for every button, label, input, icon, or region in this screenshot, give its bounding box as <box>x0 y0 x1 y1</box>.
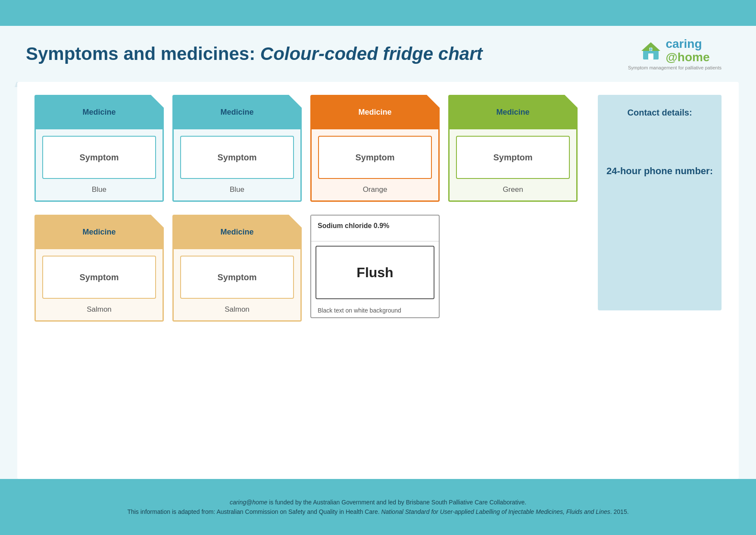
flush-card: Sodium chloride 0.9% Flush Black text on… <box>310 215 440 318</box>
symptom-text-blue-1: Symptom <box>79 153 119 163</box>
cards-columns: Medicine Symptom Blue Medicine <box>34 95 585 322</box>
card-salmon-2: Medicine Symptom Salmon <box>172 215 302 322</box>
flush-card-top: Sodium chloride 0.9% <box>311 216 439 241</box>
cards-row-1: Medicine Symptom Blue Medicine <box>34 95 585 202</box>
color-label-blue-2: Blue <box>230 185 244 194</box>
card-body-blue-1: Symptom Blue <box>34 129 164 202</box>
footer: caring@home is funded by the Australian … <box>0 479 756 535</box>
card-top-salmon-1: Medicine <box>34 215 164 249</box>
footer-line-2: This information is adapted from: Austra… <box>127 508 628 515</box>
footer-line-1: caring@home is funded by the Australian … <box>230 499 526 506</box>
main-content: Medicine Symptom Blue Medicine <box>17 82 739 479</box>
symptom-text-salmon-1: Symptom <box>79 272 119 282</box>
color-label-salmon-1: Salmon <box>87 305 112 314</box>
page-title: Symptoms and medicines: Colour-coded fri… <box>26 44 628 64</box>
medicine-label-salmon-1: Medicine <box>82 228 116 237</box>
contact-panel: Contact details: 24-hour phone number: <box>598 95 722 310</box>
card-body-salmon-1: Symptom Salmon <box>34 249 164 322</box>
logo-subtitle: Symptom management for palliative patien… <box>628 65 722 70</box>
color-label-orange-1: Orange <box>363 185 387 194</box>
cards-row-2: Medicine Symptom Salmon Medicine <box>34 215 585 322</box>
medicine-label-orange-1: Medicine <box>358 108 391 117</box>
card-body-salmon-2: Symptom Salmon <box>172 249 302 322</box>
symptom-text-blue-2: Symptom <box>217 153 256 163</box>
flush-text: Flush <box>356 265 393 281</box>
svg-rect-2 <box>648 53 653 59</box>
symptom-text-green-1: Symptom <box>493 153 532 163</box>
medicine-label-salmon-2: Medicine <box>220 228 253 237</box>
symptom-box-salmon-2: Symptom <box>180 256 294 299</box>
flush-card-body: Flush <box>316 246 434 299</box>
card-body-green-1: Symptom Green <box>448 129 578 202</box>
card-blue-1: Medicine Symptom Blue <box>34 95 164 202</box>
symptom-box-blue-1: Symptom <box>42 136 156 179</box>
card-top-green-1: Medicine <box>448 95 578 129</box>
card-body-blue-2: Symptom Blue <box>172 129 302 202</box>
medicine-label-green-1: Medicine <box>496 108 529 117</box>
symptom-box-green-1: Symptom <box>456 136 570 179</box>
logo-text: caring @home <box>665 38 709 64</box>
symptom-text-orange-1: Symptom <box>355 153 394 163</box>
phone-number-label: 24-hour phone number: <box>606 165 713 178</box>
symptom-box-blue-2: Symptom <box>180 136 294 179</box>
card-salmon-1: Medicine Symptom Salmon <box>34 215 164 322</box>
symptom-box-orange-1: Symptom <box>318 136 432 179</box>
flush-card-bottom-label: Black text on white background <box>318 307 401 314</box>
symptom-text-salmon-2: Symptom <box>217 272 256 282</box>
medicine-label-blue-1: Medicine <box>82 108 116 117</box>
symptom-box-salmon-1: Symptom <box>42 256 156 299</box>
card-top-blue-1: Medicine <box>34 95 164 129</box>
header: Symptoms and medicines: Colour-coded fri… <box>0 26 756 82</box>
color-label-blue-1: Blue <box>92 185 106 194</box>
medicine-label-blue-2: Medicine <box>220 108 253 117</box>
logo-box: caring @home <box>640 38 709 64</box>
flush-card-title: Sodium chloride 0.9% <box>318 222 389 229</box>
cards-and-contact: Medicine Symptom Blue Medicine <box>34 95 722 322</box>
color-label-green-1: Green <box>503 185 523 194</box>
card-top-blue-2: Medicine <box>172 95 302 129</box>
card-top-salmon-2: Medicine <box>172 215 302 249</box>
contact-details-label: Contact details: <box>606 108 713 118</box>
top-banner <box>0 0 756 26</box>
card-body-orange-1: Symptom Orange <box>310 129 440 202</box>
card-top-orange-1: Medicine <box>310 95 440 129</box>
card-green-1: Medicine Symptom Green <box>448 95 578 202</box>
color-label-salmon-2: Salmon <box>225 305 250 314</box>
card-orange-1: Medicine Symptom Orange <box>310 95 440 202</box>
flush-card-bottom: Black text on white background <box>311 303 439 317</box>
logo-icon <box>640 40 662 62</box>
logo-area: caring @home Symptom management for pall… <box>628 38 722 70</box>
card-blue-2: Medicine Symptom Blue <box>172 95 302 202</box>
